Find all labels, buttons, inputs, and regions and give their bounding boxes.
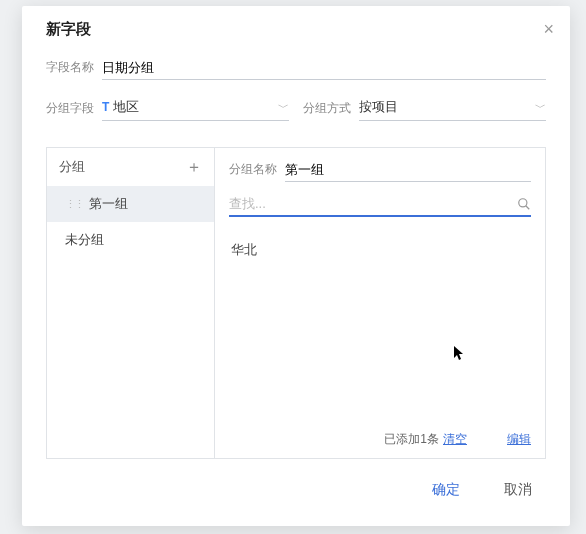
form-area: 字段名称 分组字段 T 地区 ﹀ 分组方式 按项目 ﹀ bbox=[22, 52, 570, 147]
field-name-label: 字段名称 bbox=[46, 59, 94, 80]
group-mode-value: 按项目 bbox=[359, 98, 398, 116]
ok-button[interactable]: 确定 bbox=[426, 477, 466, 503]
new-field-modal: 新字段 × 字段名称 分组字段 T 地区 ﹀ 分组方式 bbox=[22, 6, 570, 526]
group-name-label: 分组名称 bbox=[229, 161, 277, 182]
clear-link[interactable]: 清空 bbox=[443, 431, 467, 448]
group-field-label: 分组字段 bbox=[46, 100, 94, 121]
group-item-label: 未分组 bbox=[65, 231, 104, 249]
edit-link[interactable]: 编辑 bbox=[507, 431, 531, 448]
modal-footer: 确定 取消 bbox=[22, 459, 570, 519]
panel-split: 分组 ＋ ⋮⋮第一组未分组 分组名称 华北 已添加1条 清空 bbox=[46, 147, 546, 459]
results-list: 华北 bbox=[229, 229, 531, 423]
chevron-down-icon: ﹀ bbox=[535, 100, 546, 115]
right-panel: 分组名称 华北 已添加1条 清空 编辑 bbox=[215, 148, 545, 458]
left-panel-header: 分组 ＋ bbox=[47, 148, 214, 186]
right-panel-footer: 已添加1条 清空 编辑 bbox=[229, 423, 531, 448]
group-field-select[interactable]: T 地区 ﹀ bbox=[102, 94, 289, 121]
field-name-input[interactable] bbox=[102, 56, 546, 80]
group-mode-label: 分组方式 bbox=[303, 100, 351, 121]
add-group-icon[interactable]: ＋ bbox=[186, 159, 202, 175]
search-wrap bbox=[229, 192, 531, 217]
cancel-button[interactable]: 取消 bbox=[498, 477, 538, 503]
search-icon[interactable] bbox=[517, 197, 531, 211]
group-item-label: 第一组 bbox=[89, 195, 128, 213]
result-item[interactable]: 华北 bbox=[229, 235, 531, 265]
left-panel: 分组 ＋ ⋮⋮第一组未分组 bbox=[47, 148, 215, 458]
type-text-icon: T bbox=[102, 100, 109, 114]
group-name-input[interactable] bbox=[285, 158, 531, 182]
close-icon[interactable]: × bbox=[543, 20, 554, 38]
modal-header: 新字段 × bbox=[22, 6, 570, 52]
added-count-text: 已添加1条 bbox=[384, 431, 439, 448]
group-item[interactable]: 未分组 bbox=[47, 222, 214, 258]
drag-grip-icon[interactable]: ⋮⋮ bbox=[65, 198, 83, 211]
search-input[interactable] bbox=[229, 196, 517, 211]
svg-line-1 bbox=[526, 205, 530, 209]
chevron-down-icon: ﹀ bbox=[278, 100, 289, 115]
group-field-value: 地区 bbox=[113, 98, 139, 116]
svg-point-0 bbox=[519, 198, 527, 206]
group-item[interactable]: ⋮⋮第一组 bbox=[47, 186, 214, 222]
group-list: ⋮⋮第一组未分组 bbox=[47, 186, 214, 458]
groups-heading: 分组 bbox=[59, 158, 85, 176]
group-mode-select[interactable]: 按项目 ﹀ bbox=[359, 94, 546, 121]
modal-title: 新字段 bbox=[46, 20, 91, 39]
